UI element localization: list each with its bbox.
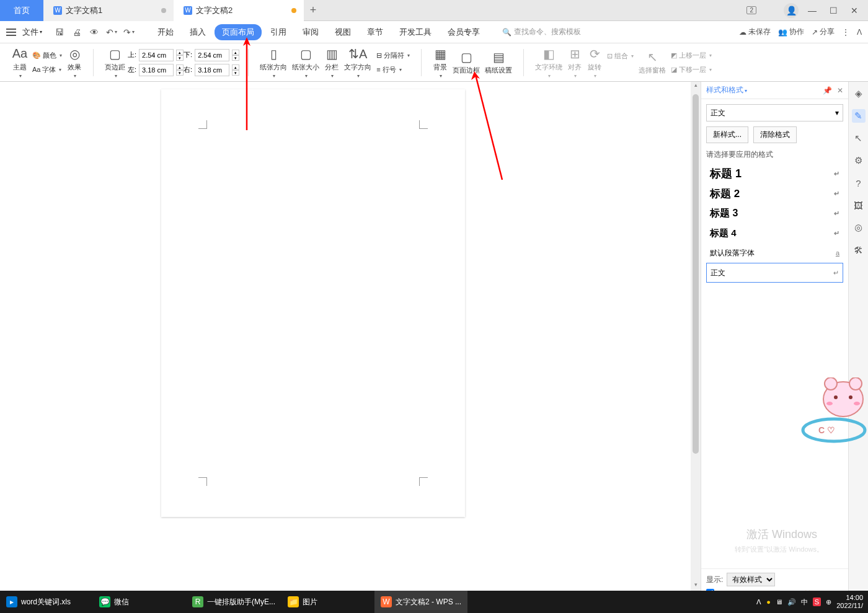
share-button[interactable]: ↗分享: [812, 27, 835, 37]
unsaved-dot-icon[interactable]: [291, 8, 296, 13]
document-canvas[interactable]: [0, 82, 701, 604]
search-box[interactable]: 🔍 查找命令、搜索模板: [502, 27, 581, 37]
taskbar-item[interactable]: R一键排版助手(MyE...: [186, 591, 281, 613]
pin-icon[interactable]: 📌: [823, 86, 832, 95]
strip-diamond-icon[interactable]: ◈: [852, 87, 866, 100]
ribbon-tab-references[interactable]: 引用: [263, 24, 294, 40]
page-border-button[interactable]: ▢页面边框: [450, 50, 482, 75]
tray-icon[interactable]: ●: [766, 598, 771, 606]
style-item-default-font[interactable]: 默认段落字体a: [706, 243, 843, 263]
ribbon-tabs: 开始 插入 页面布局 引用 审阅 视图 章节 开发工具 会员专享: [150, 24, 487, 40]
page[interactable]: [161, 89, 465, 517]
taskbar-item[interactable]: 📁图片: [281, 591, 374, 613]
close-panel-icon[interactable]: ✕: [837, 86, 843, 95]
strip-pen-icon[interactable]: ✎: [852, 109, 866, 123]
select-pane-button[interactable]: ↖选择窗格: [636, 50, 668, 75]
paper-size-button[interactable]: ▢纸张大小: [290, 46, 322, 79]
draft-paper-button[interactable]: ▤稿纸设置: [482, 50, 515, 75]
color-button[interactable]: 🎨颜色: [30, 50, 64, 61]
tray-icon[interactable]: ⊕: [826, 598, 831, 606]
theme-button[interactable]: Aa主题: [10, 46, 30, 79]
strip-help-icon[interactable]: ?: [852, 176, 866, 190]
tray-network-icon[interactable]: 🖥: [776, 598, 782, 606]
search-placeholder: 查找命令、搜索模板: [514, 27, 581, 37]
apps-grid-icon[interactable]: [763, 3, 777, 18]
ribbon-tab-section[interactable]: 章节: [360, 24, 391, 40]
breaks-button[interactable]: ⊟分隔符: [374, 50, 412, 61]
style-item-heading2[interactable]: 标题 2↵: [706, 183, 843, 203]
vertical-scrollbar[interactable]: ▴ ▾: [691, 82, 701, 591]
margin-left-input[interactable]: [139, 64, 174, 76]
maximize-button[interactable]: ☐: [826, 3, 841, 18]
close-icon[interactable]: [161, 8, 166, 13]
minimize-button[interactable]: —: [805, 3, 820, 18]
tab-doc2[interactable]: W 文字文稿2: [174, 0, 304, 21]
unsaved-indicator[interactable]: ☁未保存: [739, 27, 771, 37]
print-preview-icon[interactable]: 👁: [88, 26, 100, 38]
taskbar-item[interactable]: ▸word关键词.xls: [0, 591, 93, 613]
text-direction-button[interactable]: ⇅A文字方向: [342, 46, 374, 79]
tray-chevron-icon[interactable]: ᐱ: [756, 598, 761, 606]
ribbon-tab-view[interactable]: 视图: [327, 24, 358, 40]
tab-home[interactable]: 首页: [0, 0, 43, 21]
more-icon[interactable]: ⋮: [842, 28, 849, 37]
tab-doc1[interactable]: W 文字文稿1: [43, 0, 174, 21]
strip-settings-icon[interactable]: ⚙: [852, 154, 866, 167]
scroll-down-icon[interactable]: ▾: [691, 581, 701, 591]
ribbon-tab-page-layout[interactable]: 页面布局: [215, 24, 262, 40]
add-tab-button[interactable]: +: [304, 4, 322, 17]
ribbon-tab-review[interactable]: 审阅: [295, 24, 326, 40]
tray-icon[interactable]: S: [813, 598, 821, 606]
undo-icon[interactable]: ↶: [105, 26, 118, 38]
clear-format-button[interactable]: 清除格式: [753, 126, 797, 143]
collapse-ribbon-icon[interactable]: ᐱ: [857, 28, 862, 37]
style-item-body[interactable]: 正文↵: [706, 263, 843, 283]
redo-icon[interactable]: ↷: [123, 26, 135, 38]
spinner[interactable]: ▴▾: [176, 64, 184, 76]
tray-volume-icon[interactable]: 🔊: [787, 598, 796, 606]
effect-button[interactable]: ◎效果: [64, 46, 84, 79]
file-menu[interactable]: 文件: [20, 27, 45, 38]
taskbar-item[interactable]: 💬微信: [93, 591, 186, 613]
new-style-button[interactable]: 新样式...: [706, 126, 748, 143]
avatar-icon[interactable]: 👤: [784, 3, 799, 18]
style-item-heading4[interactable]: 标题 4↵: [706, 223, 843, 243]
current-style-select[interactable]: 正文 ▾: [706, 104, 843, 121]
taskbar-clock[interactable]: 14:00 2022/11/: [836, 594, 863, 610]
strip-target-icon[interactable]: ◎: [852, 221, 866, 234]
page-margin-button[interactable]: ▢页边距: [102, 46, 128, 79]
save-icon[interactable]: 🖫: [53, 26, 66, 38]
taskbar-item[interactable]: W文字文稿2 - WPS ...: [374, 591, 467, 613]
style-item-heading1[interactable]: 标题 1↵: [706, 164, 843, 183]
strip-tools-icon[interactable]: 🛠: [852, 243, 866, 257]
font-icon: Aa: [32, 66, 40, 73]
margin-top-input[interactable]: [139, 49, 174, 61]
ribbon-tab-member[interactable]: 会员专享: [440, 24, 487, 40]
margin-bottom-input[interactable]: [195, 49, 229, 61]
scroll-up-icon[interactable]: ▴: [691, 82, 701, 92]
ribbon-tab-start[interactable]: 开始: [150, 24, 181, 40]
strip-cursor-icon[interactable]: ↖: [852, 131, 866, 145]
ribbon-tab-insert[interactable]: 插入: [182, 24, 213, 40]
spinner[interactable]: ▴▾: [232, 50, 239, 61]
orientation-button[interactable]: ▯纸张方向: [257, 46, 290, 79]
panel-title[interactable]: 样式和格式: [706, 85, 747, 95]
background-button[interactable]: ▦背景: [430, 46, 450, 79]
line-numbers-button[interactable]: ≡行号: [374, 64, 412, 76]
tray-ime[interactable]: 中: [801, 598, 808, 607]
margin-right-input[interactable]: [195, 64, 229, 76]
show-styles-select[interactable]: 有效样式: [727, 573, 775, 586]
columns-button[interactable]: ▥分栏: [322, 46, 342, 79]
spinner[interactable]: ▴▾: [176, 50, 184, 61]
print-icon[interactable]: 🖨: [71, 26, 83, 38]
close-button[interactable]: ✕: [847, 3, 862, 18]
hamburger-icon[interactable]: [6, 29, 16, 36]
scrollbar-thumb[interactable]: [693, 94, 699, 454]
window-count-badge[interactable]: 2: [746, 6, 756, 14]
spinner[interactable]: ▴▾: [232, 64, 239, 76]
font-button[interactable]: Aa字体: [30, 64, 64, 76]
style-item-heading3[interactable]: 标题 3↵: [706, 203, 843, 223]
ribbon-tab-devtools[interactable]: 开发工具: [392, 24, 439, 40]
collab-button[interactable]: 👥协作: [778, 27, 804, 37]
strip-image-icon[interactable]: 🖼: [852, 198, 866, 212]
